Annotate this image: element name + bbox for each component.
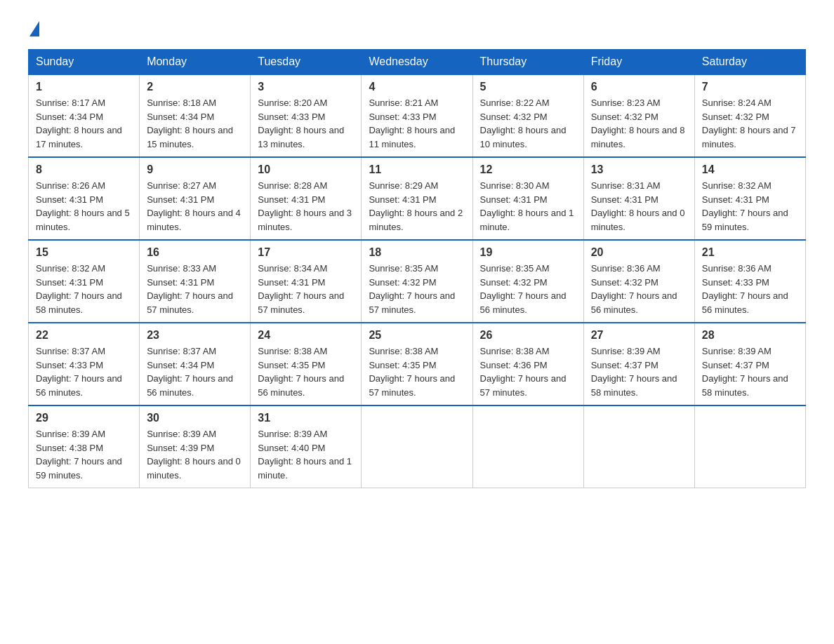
week-row: 8 Sunrise: 8:26 AMSunset: 4:31 PMDayligh… — [29, 157, 806, 240]
day-number: 6 — [591, 81, 687, 93]
logo — [28, 21, 39, 35]
day-info: Sunrise: 8:30 AMSunset: 4:31 PMDaylight:… — [480, 180, 574, 232]
day-number: 13 — [591, 163, 687, 176]
day-info: Sunrise: 8:18 AMSunset: 4:34 PMDaylight:… — [147, 98, 233, 149]
day-number: 20 — [591, 246, 687, 259]
day-info: Sunrise: 8:38 AMSunset: 4:36 PMDaylight:… — [480, 346, 567, 398]
day-info: Sunrise: 8:27 AMSunset: 4:31 PMDaylight:… — [147, 180, 241, 232]
day-cell: 20 Sunrise: 8:36 AMSunset: 4:32 PMDaylig… — [583, 240, 694, 323]
day-cell: 23 Sunrise: 8:37 AMSunset: 4:34 PMDaylig… — [140, 323, 251, 405]
day-number: 24 — [258, 329, 354, 342]
day-info: Sunrise: 8:34 AMSunset: 4:31 PMDaylight:… — [258, 263, 344, 315]
day-cell: 21 Sunrise: 8:36 AMSunset: 4:33 PMDaylig… — [694, 240, 805, 323]
week-row: 1 Sunrise: 8:17 AMSunset: 4:34 PMDayligh… — [29, 74, 806, 157]
day-info: Sunrise: 8:39 AMSunset: 4:38 PMDaylight:… — [36, 429, 122, 481]
day-info: Sunrise: 8:21 AMSunset: 4:33 PMDaylight:… — [369, 98, 455, 149]
day-number: 14 — [702, 163, 798, 176]
week-row: 29 Sunrise: 8:39 AMSunset: 4:38 PMDaylig… — [29, 405, 806, 488]
day-cell: 5 Sunrise: 8:22 AMSunset: 4:32 PMDayligh… — [472, 74, 583, 157]
day-number: 2 — [147, 81, 243, 93]
day-number: 23 — [147, 329, 243, 342]
day-info: Sunrise: 8:32 AMSunset: 4:31 PMDaylight:… — [36, 263, 122, 315]
day-number: 4 — [369, 81, 465, 93]
day-info: Sunrise: 8:31 AMSunset: 4:31 PMDaylight:… — [591, 180, 685, 232]
day-cell: 4 Sunrise: 8:21 AMSunset: 4:33 PMDayligh… — [362, 74, 472, 157]
day-number: 3 — [258, 81, 354, 93]
day-cell: 3 Sunrise: 8:20 AMSunset: 4:33 PMDayligh… — [251, 74, 362, 157]
day-cell: 25 Sunrise: 8:38 AMSunset: 4:35 PMDaylig… — [362, 323, 472, 405]
day-info: Sunrise: 8:39 AMSunset: 4:39 PMDaylight:… — [147, 429, 241, 481]
day-info: Sunrise: 8:36 AMSunset: 4:32 PMDaylight:… — [591, 263, 677, 315]
day-cell: 13 Sunrise: 8:31 AMSunset: 4:31 PMDaylig… — [583, 157, 694, 240]
day-info: Sunrise: 8:24 AMSunset: 4:32 PMDaylight:… — [702, 98, 796, 149]
day-info: Sunrise: 8:33 AMSunset: 4:31 PMDaylight:… — [147, 263, 233, 315]
day-number: 10 — [258, 163, 354, 176]
day-info: Sunrise: 8:26 AMSunset: 4:31 PMDaylight:… — [36, 180, 130, 232]
day-number: 12 — [480, 163, 576, 176]
column-header-saturday: Saturday — [694, 50, 805, 75]
day-info: Sunrise: 8:22 AMSunset: 4:32 PMDaylight:… — [480, 98, 567, 149]
day-number: 19 — [480, 246, 576, 259]
logo-triangle-icon — [29, 21, 39, 36]
day-cell: 10 Sunrise: 8:28 AMSunset: 4:31 PMDaylig… — [251, 157, 362, 240]
day-number: 9 — [147, 163, 243, 176]
week-row: 22 Sunrise: 8:37 AMSunset: 4:33 PMDaylig… — [29, 323, 806, 405]
day-info: Sunrise: 8:35 AMSunset: 4:32 PMDaylight:… — [369, 263, 455, 315]
day-info: Sunrise: 8:39 AMSunset: 4:37 PMDaylight:… — [591, 346, 677, 398]
day-cell: 22 Sunrise: 8:37 AMSunset: 4:33 PMDaylig… — [29, 323, 140, 405]
day-cell: 1 Sunrise: 8:17 AMSunset: 4:34 PMDayligh… — [29, 74, 140, 157]
day-number: 5 — [480, 81, 576, 93]
calendar-header: SundayMondayTuesdayWednesdayThursdayFrid… — [29, 50, 806, 75]
day-cell — [362, 405, 472, 488]
day-number: 22 — [36, 329, 132, 342]
column-header-monday: Monday — [140, 50, 251, 75]
day-cell: 2 Sunrise: 8:18 AMSunset: 4:34 PMDayligh… — [140, 74, 251, 157]
day-cell: 8 Sunrise: 8:26 AMSunset: 4:31 PMDayligh… — [29, 157, 140, 240]
day-cell: 29 Sunrise: 8:39 AMSunset: 4:38 PMDaylig… — [29, 405, 140, 488]
column-header-sunday: Sunday — [29, 50, 140, 75]
day-number: 11 — [369, 163, 465, 176]
day-cell — [583, 405, 694, 488]
day-number: 27 — [591, 329, 687, 342]
page-header — [28, 21, 806, 35]
day-info: Sunrise: 8:37 AMSunset: 4:33 PMDaylight:… — [36, 346, 122, 398]
day-cell: 27 Sunrise: 8:39 AMSunset: 4:37 PMDaylig… — [583, 323, 694, 405]
day-cell: 18 Sunrise: 8:35 AMSunset: 4:32 PMDaylig… — [362, 240, 472, 323]
day-number: 28 — [702, 329, 798, 342]
calendar-body: 1 Sunrise: 8:17 AMSunset: 4:34 PMDayligh… — [29, 74, 806, 488]
day-info: Sunrise: 8:38 AMSunset: 4:35 PMDaylight:… — [258, 346, 344, 398]
day-info: Sunrise: 8:38 AMSunset: 4:35 PMDaylight:… — [369, 346, 455, 398]
day-number: 29 — [36, 412, 132, 424]
day-cell: 11 Sunrise: 8:29 AMSunset: 4:31 PMDaylig… — [362, 157, 472, 240]
column-header-wednesday: Wednesday — [362, 50, 472, 75]
column-header-thursday: Thursday — [472, 50, 583, 75]
day-info: Sunrise: 8:28 AMSunset: 4:31 PMDaylight:… — [258, 180, 352, 232]
calendar-table: SundayMondayTuesdayWednesdayThursdayFrid… — [28, 49, 806, 488]
day-info: Sunrise: 8:39 AMSunset: 4:40 PMDaylight:… — [258, 429, 352, 481]
day-number: 15 — [36, 246, 132, 259]
day-info: Sunrise: 8:29 AMSunset: 4:31 PMDaylight:… — [369, 180, 463, 232]
day-number: 17 — [258, 246, 354, 259]
day-cell: 31 Sunrise: 8:39 AMSunset: 4:40 PMDaylig… — [251, 405, 362, 488]
day-number: 30 — [147, 412, 243, 424]
day-number: 18 — [369, 246, 465, 259]
day-info: Sunrise: 8:23 AMSunset: 4:32 PMDaylight:… — [591, 98, 685, 149]
day-info: Sunrise: 8:17 AMSunset: 4:34 PMDaylight:… — [36, 98, 122, 149]
header-row: SundayMondayTuesdayWednesdayThursdayFrid… — [29, 50, 806, 75]
day-number: 26 — [480, 329, 576, 342]
day-cell: 17 Sunrise: 8:34 AMSunset: 4:31 PMDaylig… — [251, 240, 362, 323]
day-cell: 6 Sunrise: 8:23 AMSunset: 4:32 PMDayligh… — [583, 74, 694, 157]
day-cell — [472, 405, 583, 488]
day-cell: 14 Sunrise: 8:32 AMSunset: 4:31 PMDaylig… — [694, 157, 805, 240]
day-info: Sunrise: 8:39 AMSunset: 4:37 PMDaylight:… — [702, 346, 788, 398]
day-info: Sunrise: 8:32 AMSunset: 4:31 PMDaylight:… — [702, 180, 788, 232]
week-row: 15 Sunrise: 8:32 AMSunset: 4:31 PMDaylig… — [29, 240, 806, 323]
day-cell: 12 Sunrise: 8:30 AMSunset: 4:31 PMDaylig… — [472, 157, 583, 240]
day-cell: 19 Sunrise: 8:35 AMSunset: 4:32 PMDaylig… — [472, 240, 583, 323]
day-cell: 7 Sunrise: 8:24 AMSunset: 4:32 PMDayligh… — [694, 74, 805, 157]
day-info: Sunrise: 8:36 AMSunset: 4:33 PMDaylight:… — [702, 263, 788, 315]
day-number: 25 — [369, 329, 465, 342]
day-cell: 26 Sunrise: 8:38 AMSunset: 4:36 PMDaylig… — [472, 323, 583, 405]
day-number: 21 — [702, 246, 798, 259]
day-number: 7 — [702, 81, 798, 93]
